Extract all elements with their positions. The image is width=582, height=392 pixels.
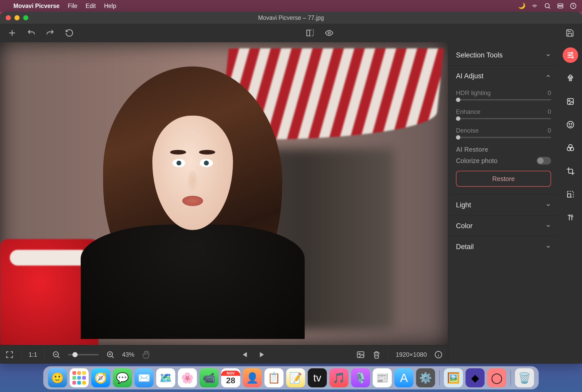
dock-maps[interactable]: 🗺️ [156,368,175,387]
dock-safari[interactable]: 🧭 [91,368,110,387]
titlebar: Movavi Picverse – 77.jpg [0,12,582,24]
ai-adjust-body: HDR lighting0 Enhance0 Denoise0 AI Resto… [456,89,551,194]
dock-contacts[interactable]: 👤 [243,368,262,387]
dock-trash[interactable]: 🗑️ [515,368,534,387]
undo-button[interactable] [27,29,36,37]
info-icon[interactable] [434,350,443,359]
tool-filters[interactable] [563,140,578,156]
dock-messages[interactable]: 💬 [113,368,132,387]
redo-button[interactable] [46,29,55,37]
section-ai-adjust[interactable]: AI Adjust [456,66,551,86]
zoom-in-icon[interactable] [106,350,115,359]
dock-mail[interactable]: ✉️ [135,368,154,387]
canvas-view[interactable] [0,42,448,345]
dock-photos[interactable]: 🌸 [178,368,197,387]
zoom-percent: 43% [122,351,134,358]
dock-preview[interactable]: 🖼️ [444,368,463,387]
tool-crop[interactable] [563,163,578,179]
tool-text[interactable] [563,210,578,225]
dock-app-1[interactable]: ◆ [465,368,485,387]
menu-edit[interactable]: Edit [86,3,96,10]
section-label: AI Adjust [456,72,484,80]
dock-music[interactable]: 🎵 [329,368,348,387]
delete-icon[interactable] [372,350,381,359]
dock-calendar[interactable]: NOV 28 [221,368,240,387]
section-color[interactable]: Color [456,216,551,236]
moon-icon[interactable]: 🌙 [518,2,525,10]
spotlight-icon[interactable] [544,2,551,10]
section-label: Detail [456,243,474,251]
svg-rect-1 [558,4,563,6]
canvas-area: 1:1 43% 1920×1080 [0,42,448,364]
colorize-toggle[interactable] [537,157,551,165]
app-name[interactable]: Movavi Picverse [13,3,60,10]
minimize-button[interactable] [14,15,20,20]
pan-hand-icon[interactable] [142,350,150,359]
clock-icon[interactable] [570,2,577,10]
tool-face[interactable] [563,117,578,132]
maximize-button[interactable] [23,15,28,20]
slider-enhance[interactable]: Enhance0 [456,108,551,119]
slider-denoise[interactable]: Denoise0 [456,127,551,138]
svg-point-17 [569,124,570,124]
dock-launchpad[interactable] [70,368,89,387]
chevron-up-icon [545,73,551,79]
dock-facetime[interactable]: 📹 [199,368,219,387]
window-title: Movavi Picverse – 77.jpg [258,14,324,21]
colorize-toggle-row: Colorize photo [456,157,551,165]
dock-settings[interactable]: ⚙️ [416,368,435,387]
gallery-icon[interactable] [356,350,365,359]
macos-dock: 🙂 🧭 💬 ✉️ 🗺️ 🌸 📹 NOV 28 👤 📋 📝 tv 🎵 🎙️ 📰 A… [43,366,539,389]
edited-image [0,42,448,345]
tool-retouch[interactable] [563,71,578,86]
fullscreen-icon[interactable] [5,350,14,359]
dock-reminders[interactable]: 📋 [264,368,284,387]
tool-effects[interactable] [563,94,578,109]
section-label: Light [456,201,471,209]
reset-button[interactable] [65,29,74,37]
section-detail[interactable]: Detail [456,236,551,257]
dock-picverse[interactable]: ◯ [487,368,506,387]
restore-button[interactable]: Restore [456,171,551,187]
save-button[interactable] [566,29,574,37]
dock-podcasts[interactable]: 🎙️ [351,368,370,387]
ai-restore-subheader: AI Restore [456,146,551,153]
section-label: Color [456,222,473,230]
menu-help[interactable]: Help [104,3,116,10]
dock-notes[interactable]: 📝 [286,368,305,387]
window-controls [6,15,28,20]
macos-menubar: Movavi Picverse File Edit Help 🌙 [0,0,582,12]
section-selection-tools[interactable]: Selection Tools [456,45,551,65]
dock-finder[interactable]: 🙂 [48,368,67,387]
wifi-icon[interactable] [531,2,538,10]
close-button[interactable] [6,15,11,20]
control-center-icon[interactable] [557,2,564,10]
compare-icon[interactable] [306,29,314,37]
svg-rect-14 [568,99,573,105]
dock-appstore[interactable]: A [394,368,413,387]
zoom-slider[interactable] [68,354,99,355]
zoom-ratio[interactable]: 1:1 [29,351,37,358]
tool-adjust[interactable] [563,47,578,63]
chevron-down-icon [545,223,551,229]
dock-news[interactable]: 📰 [373,368,392,387]
svg-point-5 [328,32,330,34]
chevron-down-icon [545,202,551,208]
svg-rect-2 [558,6,563,8]
svg-rect-23 [568,194,571,197]
svg-point-11 [571,52,573,54]
add-button[interactable] [8,29,16,37]
side-panel: Selection Tools AI Adjust HDR lighting0 [448,42,559,364]
prev-image-button[interactable] [241,350,250,359]
image-dimensions: 1920×1080 [396,351,427,358]
preview-eye-icon[interactable] [325,29,334,37]
menu-file[interactable]: File [68,3,77,10]
dock-appletv[interactable]: tv [308,368,327,387]
slider-hdr-lighting[interactable]: HDR lighting0 [456,89,551,100]
zoom-out-icon[interactable] [52,350,61,359]
tool-resize[interactable] [563,186,578,202]
section-label: Selection Tools [456,51,503,59]
next-image-button[interactable] [257,350,266,359]
svg-point-13 [572,57,573,58]
section-light[interactable]: Light [456,195,551,215]
